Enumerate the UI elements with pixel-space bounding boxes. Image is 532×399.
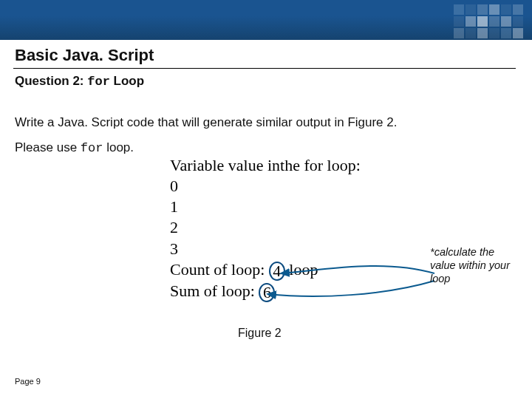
- figure-title-line: Variable value inthe for loop:: [170, 155, 366, 176]
- divider: [13, 68, 516, 69]
- figure-sum-line: Sum of loop: 6: [170, 281, 366, 302]
- count-value-circle: 4: [269, 262, 285, 281]
- instruction-2-prefix: Please use: [15, 140, 81, 154]
- figure-value: 3: [170, 239, 366, 259]
- figure-value: 1: [170, 197, 366, 217]
- figure-output: Variable value inthe for loop: 0 1 2 3 C…: [170, 155, 366, 302]
- section-title: Basic Java. Script: [15, 46, 154, 65]
- figure-value: 2: [170, 217, 366, 238]
- question-suffix: Loop: [110, 74, 144, 88]
- page-number: Page 9: [15, 377, 41, 386]
- figure-value: 0: [170, 176, 366, 197]
- question-heading: Question 2: for Loop: [15, 74, 144, 89]
- instruction-line-1: Write a Java. Script code that will gene…: [15, 115, 397, 130]
- slide-header-bar: [0, 0, 532, 40]
- count-label-post: loop: [285, 260, 318, 279]
- question-keyword: for: [87, 75, 110, 89]
- instruction-2-code: for: [81, 141, 103, 155]
- count-label-pre: Count of loop:: [170, 260, 269, 279]
- figure-count-line: Count of loop: 4 loop: [170, 259, 366, 281]
- sum-label-pre: Sum of loop:: [170, 282, 259, 300]
- header-decoration: [454, 4, 523, 38]
- annotation-note: *calculate the value within your loop: [430, 245, 519, 285]
- figure-caption: Figure 2: [238, 327, 282, 340]
- sum-value-circle: 6: [259, 283, 275, 302]
- instruction-line-2: Please use for loop.: [15, 140, 134, 155]
- question-prefix: Question 2:: [15, 74, 87, 88]
- instruction-2-suffix: loop.: [103, 140, 134, 154]
